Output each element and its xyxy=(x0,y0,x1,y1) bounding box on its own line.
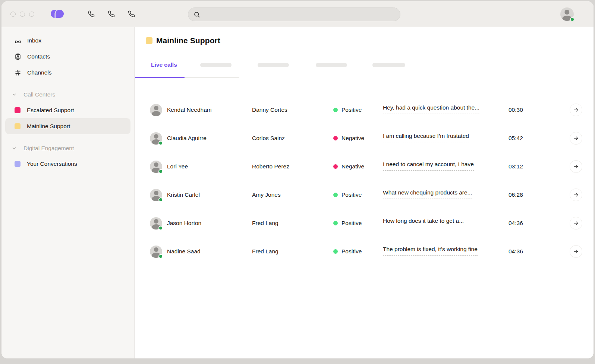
sidebar-item-mainline-support[interactable]: Mainline Support xyxy=(5,118,130,134)
window-minimize-button[interactable] xyxy=(20,12,25,17)
section-header-label: Digital Engagement xyxy=(23,145,74,152)
sentiment-label: Negative xyxy=(341,163,364,170)
call-duration: 04:36 xyxy=(509,220,570,227)
inbox-icon xyxy=(15,37,21,44)
tab-placeholder xyxy=(372,63,405,67)
arrow-right-icon xyxy=(573,220,579,226)
phone-line-3-icon[interactable] xyxy=(127,10,136,19)
online-status-dot xyxy=(158,254,163,259)
sentiment-cell: Negative xyxy=(333,135,383,142)
sentiment-cell: Positive xyxy=(333,192,383,198)
sidebar-item-contacts[interactable]: Contacts xyxy=(5,48,130,64)
online-status-dot xyxy=(158,169,163,174)
agent-avatar xyxy=(150,217,162,230)
transcript-cell: How long does it take to get a... xyxy=(383,218,509,229)
transcript-cell: I need to cancel my account, I have xyxy=(383,161,509,172)
caller-name: Fred Lang xyxy=(252,248,333,255)
phone-line-1-icon[interactable] xyxy=(86,10,95,19)
sentiment-label: Positive xyxy=(341,248,362,255)
sidebar-item-your-conversations[interactable]: Your Conversations xyxy=(5,156,130,172)
avatar-image xyxy=(150,104,162,116)
call-row[interactable]: Nadine Saad Fred Lang Positive The probl… xyxy=(146,237,582,266)
sidebar-item-label: Inbox xyxy=(27,37,41,44)
sidebar-item-escalated-support[interactable]: Escalated Support xyxy=(5,102,130,118)
section-header-label: Call Centers xyxy=(23,91,55,98)
sentiment-cell: Negative xyxy=(333,163,383,170)
call-row[interactable]: Lori Yee Roberto Perez Negative I need t… xyxy=(146,152,582,181)
arrow-right-icon xyxy=(573,164,579,170)
app-window: Inbox Contacts Channels Call Centers xyxy=(1,1,594,358)
phone-line-2-icon[interactable] xyxy=(107,10,116,19)
open-call-button[interactable] xyxy=(570,245,582,258)
search-icon xyxy=(193,11,200,18)
call-duration: 06:28 xyxy=(509,192,570,198)
agent-name: Jason Horton xyxy=(167,220,252,227)
sidebar-item-channels[interactable]: Channels xyxy=(5,64,130,80)
sentiment-label: Negative xyxy=(341,135,364,142)
section-call-centers[interactable]: Call Centers xyxy=(1,87,134,102)
caller-name: Corlos Sainz xyxy=(252,135,333,142)
caller-name: Roberto Perez xyxy=(252,163,333,170)
channel-color-swatch xyxy=(15,123,21,129)
call-row[interactable]: Kristin Carlel Amy Jones Positive What n… xyxy=(146,181,582,209)
sentiment-label: Positive xyxy=(341,107,362,113)
agent-name: Kristin Carlel xyxy=(167,192,252,198)
sentiment-dot xyxy=(333,136,338,140)
sidebar-item-inbox[interactable]: Inbox xyxy=(5,32,130,48)
agent-name: Lori Yee xyxy=(167,163,252,170)
chevron-down-icon xyxy=(11,92,18,97)
section-digital-engagement[interactable]: Digital Engagement xyxy=(1,141,134,156)
agent-name: Claudia Aguirre xyxy=(167,135,252,142)
window-close-button[interactable] xyxy=(10,12,16,17)
search-bar[interactable] xyxy=(188,7,400,21)
transcript-cell: I am calling because I’m frustated xyxy=(383,133,509,144)
window-zoom-button[interactable] xyxy=(29,12,34,17)
call-row[interactable]: Kendal Needham Danny Cortes Positive Hey… xyxy=(146,96,582,124)
call-duration: 00:30 xyxy=(509,107,570,113)
sentiment-cell: Positive xyxy=(333,248,383,255)
open-call-button[interactable] xyxy=(570,217,582,230)
online-status-dot xyxy=(570,17,574,22)
transcript-snippet: How long does it take to get a... xyxy=(383,218,464,227)
transcript-snippet: What new chequing products are... xyxy=(383,189,472,199)
tab-live-calls[interactable]: Live calls xyxy=(151,61,177,68)
agent-name: Nadine Saad xyxy=(167,248,252,255)
sentiment-dot xyxy=(333,108,338,112)
user-avatar[interactable] xyxy=(560,7,574,21)
page-title: Mainline Support xyxy=(146,35,582,46)
contacts-icon xyxy=(15,53,21,60)
online-status-dot xyxy=(158,197,163,202)
agent-avatar xyxy=(150,104,162,116)
call-row[interactable]: Jason Horton Fred Lang Positive How long… xyxy=(146,209,582,237)
agent-name: Kendal Needham xyxy=(167,107,252,113)
agent-avatar xyxy=(150,161,162,173)
open-call-button[interactable] xyxy=(570,104,582,116)
live-calls-table: Kendal Needham Danny Cortes Positive Hey… xyxy=(146,96,582,266)
dialpad-logo-icon xyxy=(51,9,64,19)
hash-icon xyxy=(15,69,21,76)
caller-name: Danny Cortes xyxy=(252,107,333,113)
call-duration: 05:42 xyxy=(509,135,570,142)
caller-name: Amy Jones xyxy=(252,192,333,198)
call-line-buttons xyxy=(86,10,136,19)
sidebar-item-label: Escalated Support xyxy=(27,107,74,114)
sentiment-dot xyxy=(333,164,338,169)
call-duration: 03:12 xyxy=(509,163,570,170)
call-duration: 04:36 xyxy=(509,248,570,255)
channel-color-swatch xyxy=(146,37,152,44)
open-call-button[interactable] xyxy=(570,132,582,145)
caller-name: Fred Lang xyxy=(252,220,333,227)
call-row[interactable]: Claudia Aguirre Corlos Sainz Negative I … xyxy=(146,124,582,152)
sidebar: Inbox Contacts Channels Call Centers xyxy=(1,27,135,358)
sentiment-dot xyxy=(333,249,338,254)
tab-placeholder xyxy=(258,63,289,67)
open-call-button[interactable] xyxy=(570,160,582,173)
agent-avatar xyxy=(150,189,162,201)
open-call-button[interactable] xyxy=(570,189,582,201)
search-input[interactable] xyxy=(204,11,395,18)
page-title-text: Mainline Support xyxy=(156,36,220,45)
logo-right-bubble xyxy=(56,10,64,18)
sentiment-dot xyxy=(333,221,338,225)
arrow-right-icon xyxy=(573,192,579,198)
topbar xyxy=(1,1,594,27)
